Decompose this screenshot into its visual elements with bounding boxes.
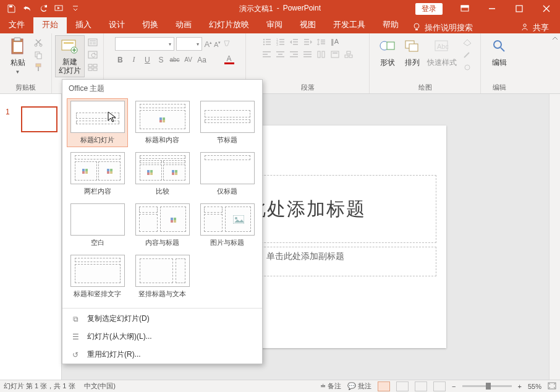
- decrease-font-icon[interactable]: A▾: [214, 40, 221, 48]
- font-family-combo[interactable]: ▾: [115, 37, 174, 51]
- slideshow-view-icon[interactable]: [433, 381, 446, 391]
- ribbon-display-options-icon[interactable]: [451, 0, 478, 17]
- svg-rect-41: [293, 41, 298, 43]
- normal-view-icon[interactable]: [378, 381, 390, 391]
- columns-icon[interactable]: [316, 51, 326, 58]
- tab-home[interactable]: 开始: [33, 17, 67, 33]
- tab-transitions[interactable]: 切换: [134, 17, 167, 33]
- clear-formatting-icon[interactable]: [223, 39, 231, 49]
- layout-content-caption[interactable]: 内容与标题: [132, 202, 192, 249]
- decrease-indent-icon[interactable]: [289, 38, 299, 46]
- shape-fill-icon[interactable]: [462, 38, 473, 48]
- reset-icon[interactable]: [87, 50, 98, 60]
- save-icon[interactable]: [4, 1, 19, 16]
- close-icon[interactable]: [533, 0, 560, 17]
- maximize-icon[interactable]: [506, 0, 533, 17]
- layout-title-vtext[interactable]: 标题和竖排文字: [67, 253, 127, 300]
- find-icon: [490, 36, 509, 56]
- change-case-button[interactable]: Aa: [197, 55, 207, 64]
- start-from-beginning-icon[interactable]: [52, 1, 67, 16]
- increase-indent-icon[interactable]: [303, 38, 313, 46]
- new-slide-button[interactable]: 新建 幻灯片: [55, 35, 85, 77]
- language-indicator[interactable]: 中文(中国): [84, 381, 116, 391]
- strikethrough-button[interactable]: abc: [169, 55, 179, 64]
- align-text-icon[interactable]: [330, 51, 340, 58]
- font-size-combo[interactable]: ▾: [176, 37, 202, 51]
- smartart-icon[interactable]: [344, 51, 354, 58]
- zoom-slider[interactable]: [462, 385, 512, 387]
- tab-review[interactable]: 审阅: [258, 17, 291, 33]
- align-center-icon[interactable]: [276, 51, 286, 58]
- copy-icon[interactable]: [33, 50, 44, 60]
- justify-icon[interactable]: [303, 51, 313, 58]
- quick-styles-button[interactable]: Abc 快速样式: [425, 35, 459, 69]
- share-button[interactable]: 共享: [520, 22, 560, 33]
- align-right-icon[interactable]: [289, 51, 299, 58]
- shapes-button[interactable]: 形状: [375, 35, 400, 69]
- collapse-ribbon-icon[interactable]: [551, 35, 559, 44]
- tab-insert[interactable]: 插入: [67, 17, 100, 33]
- tab-help[interactable]: 帮助: [374, 17, 407, 33]
- tell-me-search[interactable]: 操作说明搜索: [412, 22, 473, 33]
- layout-title-only[interactable]: 仅标题: [197, 150, 257, 198]
- char-spacing-button[interactable]: AV: [184, 55, 193, 64]
- layout-title-content[interactable]: 标题和内容: [132, 99, 192, 147]
- undo-icon[interactable]: [20, 1, 35, 16]
- format-painter-icon[interactable]: [33, 62, 44, 72]
- editing-button[interactable]: 编辑: [487, 35, 512, 69]
- shadow-button[interactable]: S: [156, 55, 166, 64]
- minimize-icon[interactable]: [478, 0, 506, 17]
- sorter-view-icon[interactable]: [396, 381, 409, 391]
- reading-view-icon[interactable]: [415, 381, 427, 391]
- tab-developer[interactable]: 开发工具: [325, 17, 374, 33]
- vertical-scrollbar[interactable]: [549, 94, 560, 380]
- tab-design[interactable]: 设计: [100, 17, 134, 33]
- shape-effects-icon[interactable]: [462, 62, 473, 72]
- zoom-level[interactable]: 55%: [528, 383, 541, 390]
- layout-title-slide[interactable]: 标题幻灯片: [67, 99, 127, 147]
- line-spacing-icon[interactable]: [316, 38, 326, 46]
- redo-icon[interactable]: [36, 1, 51, 16]
- tab-slideshow[interactable]: 幻灯片放映: [200, 17, 258, 33]
- bold-button[interactable]: B: [115, 55, 125, 64]
- tab-file[interactable]: 文件: [0, 17, 33, 33]
- text-direction-icon[interactable]: ‖A: [330, 38, 340, 46]
- section-icon[interactable]: [87, 62, 98, 72]
- slide-counter[interactable]: 幻灯片 第 1 张，共 1 张: [4, 381, 75, 391]
- paste-button[interactable]: 粘贴 ▼: [6, 35, 30, 76]
- increase-font-icon[interactable]: A▴: [204, 40, 212, 49]
- tab-view[interactable]: 视图: [291, 17, 325, 33]
- svg-rect-57: [290, 56, 298, 58]
- layout-blank[interactable]: 空白: [67, 202, 127, 249]
- align-left-icon[interactable]: [262, 51, 272, 58]
- italic-button[interactable]: I: [129, 55, 138, 64]
- slides-from-outline-item[interactable]: ☰幻灯片(从大纲)(L)...: [62, 328, 262, 346]
- underline-button[interactable]: U: [142, 55, 152, 64]
- font-color-button[interactable]: A: [224, 55, 234, 64]
- slide-thumbnail-1[interactable]: [21, 106, 57, 132]
- login-button[interactable]: 登录: [415, 3, 443, 15]
- bullets-icon[interactable]: [262, 38, 272, 46]
- cut-icon[interactable]: [33, 38, 44, 48]
- tab-animations[interactable]: 动画: [167, 17, 200, 33]
- zoom-in-icon[interactable]: +: [518, 383, 522, 390]
- shape-outline-icon[interactable]: [462, 50, 473, 60]
- comments-button[interactable]: 💬 批注: [347, 381, 371, 391]
- qat-customize-icon[interactable]: [68, 1, 83, 16]
- layout-icon[interactable]: [87, 38, 98, 48]
- layout-vtitle-text[interactable]: 竖排标题与文本: [132, 253, 192, 300]
- slide-thumbnail-panel: 1: [0, 94, 62, 380]
- layout-two-content[interactable]: 两栏内容: [67, 150, 127, 198]
- svg-rect-52: [276, 51, 284, 53]
- layout-comparison[interactable]: 比较: [132, 150, 192, 198]
- fit-to-window-icon[interactable]: [548, 382, 556, 391]
- numbering-icon[interactable]: 123: [276, 38, 286, 46]
- zoom-out-icon[interactable]: −: [452, 383, 456, 390]
- arrange-button[interactable]: 排列: [400, 35, 425, 69]
- chevron-down-icon: ▼: [15, 69, 20, 75]
- layout-picture-caption[interactable]: 图片与标题: [197, 202, 257, 249]
- reuse-slides-item[interactable]: ↺重用幻灯片(R)...: [62, 346, 262, 364]
- duplicate-slides-item[interactable]: ⧉复制选定幻灯片(D): [62, 310, 262, 328]
- notes-button[interactable]: ≐ 备注: [320, 381, 341, 391]
- layout-section-header[interactable]: 节标题: [197, 99, 257, 147]
